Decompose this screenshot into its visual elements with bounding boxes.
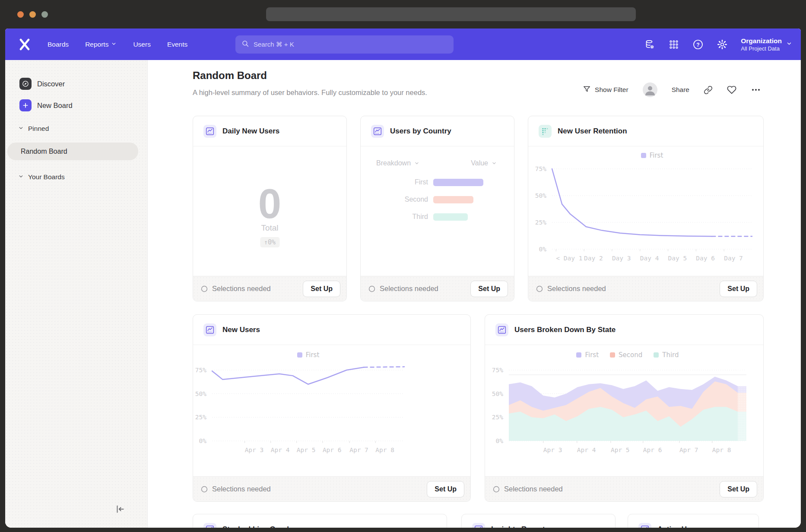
value-dropdown[interactable]: Value (471, 159, 497, 167)
card-title: Active Users (657, 525, 702, 528)
card-title: Users by Country (390, 127, 451, 136)
nav-item-users[interactable]: Users (133, 41, 150, 48)
more-options-icon[interactable] (751, 85, 761, 95)
svg-text:Day 6: Day 6 (696, 255, 715, 262)
set-up-button[interactable]: Set Up (427, 481, 464, 497)
status-selections-needed: Selections needed (201, 485, 271, 493)
help-icon[interactable]: ? (692, 39, 704, 50)
show-filter-button[interactable]: Show Filter (583, 85, 628, 95)
card-users-by-country: Users by Country Breakdown Value FirstSe… (360, 116, 514, 301)
country-bar-row: Third (361, 213, 514, 221)
chevron-down-icon (111, 41, 117, 48)
svg-text:Day 3: Day 3 (612, 255, 631, 262)
chart-legend: First (552, 152, 752, 159)
card-title: New Users (222, 326, 260, 334)
data-management-icon[interactable] (644, 39, 655, 50)
radio-icon (493, 486, 500, 493)
svg-text:Apr 8: Apr 8 (375, 446, 394, 453)
share-button[interactable]: Share (672, 86, 689, 94)
svg-text:?: ? (697, 41, 700, 48)
breakdown-dropdown[interactable]: Breakdown (376, 159, 419, 167)
metric-delta-badge: ↑0% (260, 237, 279, 247)
legend-item: Third (654, 351, 679, 359)
sidebar-item-new-board[interactable]: New Board (19, 99, 73, 111)
status-selections-needed: Selections needed (536, 285, 606, 293)
search-input[interactable]: Search ⌘ + K (235, 35, 454, 54)
svg-text:Apr 6: Apr 6 (643, 446, 662, 453)
legend-item: First (576, 351, 599, 359)
page-subtitle: A high-level summary of user behaviors. … (193, 89, 427, 97)
set-up-button[interactable]: Set Up (720, 481, 757, 497)
svg-text:Apr 7: Apr 7 (349, 446, 368, 453)
sidebar-item-label: New Board (37, 101, 73, 110)
line-chart-icon (638, 523, 651, 528)
window-controls (17, 11, 48, 18)
bar-label: First (361, 178, 428, 186)
window-close-button[interactable] (17, 11, 24, 18)
sidebar-section-your-boards[interactable]: Your Boards (18, 173, 65, 181)
chevron-down-icon (18, 125, 24, 133)
nav-item-label: Reports (85, 41, 108, 48)
sidebar-item-label: Discover (37, 80, 65, 88)
legend-item: First (641, 152, 663, 159)
svg-text:75%: 75% (492, 367, 503, 374)
card-new-user-retention: New User Retention First 75%50%25%0%< Da… (528, 116, 764, 301)
chevron-down-icon (414, 161, 419, 166)
nav-item-boards[interactable]: Boards (48, 41, 69, 48)
legend-chip-icon (641, 153, 646, 158)
status-selections-needed: Selections needed (201, 285, 271, 293)
nav-item-reports[interactable]: Reports (85, 41, 117, 48)
show-filter-label: Show Filter (595, 86, 628, 94)
favorite-heart-icon[interactable] (727, 85, 736, 95)
settings-gear-icon[interactable] (717, 39, 728, 50)
svg-text:0%: 0% (539, 246, 547, 253)
card-users-by-state: Users Broken Down By State FirstSecondTh… (485, 314, 764, 502)
line-chart-icon (371, 125, 384, 138)
org-name: Organization (741, 37, 782, 45)
top-nav: Boards Reports Users Events Search ⌘ + K (5, 28, 801, 60)
sidebar-section-label: Pinned (28, 125, 49, 133)
svg-text:Apr 5: Apr 5 (297, 446, 316, 453)
sidebar-section-pinned[interactable]: Pinned (18, 125, 49, 133)
line-chart-icon (203, 523, 216, 528)
sidebar-item-discover[interactable]: Discover (19, 78, 65, 90)
copy-link-icon[interactable] (704, 86, 713, 95)
set-up-button[interactable]: Set Up (303, 281, 340, 297)
svg-text:25%: 25% (492, 414, 503, 421)
set-up-button[interactable]: Set Up (720, 281, 757, 297)
legend-chip-icon (610, 352, 615, 358)
line-chart-icon (203, 323, 216, 336)
country-bar-row: First (361, 178, 514, 186)
card-daily-new-users: Daily New Users 0 Total ↑0% Selections n… (193, 116, 347, 301)
set-up-button[interactable]: Set Up (470, 281, 508, 297)
nav-item-label: Boards (48, 41, 69, 48)
browser-address-bar[interactable] (266, 7, 636, 21)
legend-chip-icon (654, 352, 659, 358)
sidebar: Discover New Board Pinned Random Board Y… (5, 60, 148, 528)
mixpanel-logo-icon[interactable] (18, 38, 31, 51)
svg-text:Apr 6: Apr 6 (323, 446, 342, 453)
org-switcher[interactable]: Organization All Project Data (741, 37, 792, 52)
svg-text:Day 4: Day 4 (640, 255, 659, 262)
svg-text:Apr 7: Apr 7 (679, 446, 698, 453)
radio-icon (536, 285, 543, 292)
chevron-down-icon (18, 173, 24, 181)
svg-text:25%: 25% (535, 219, 546, 226)
svg-text:Apr 3: Apr 3 (543, 446, 562, 453)
sidebar-item-label: Random Board (21, 148, 67, 155)
window-zoom-button[interactable] (41, 11, 48, 18)
avatar[interactable] (643, 82, 657, 97)
plus-icon (19, 99, 32, 111)
bar (433, 196, 473, 203)
nav-item-events[interactable]: Events (167, 41, 187, 48)
apps-grid-icon[interactable] (668, 39, 679, 50)
sidebar-collapse-button[interactable] (114, 503, 127, 516)
card-active-users: Active Users (628, 514, 759, 528)
window-minimize-button[interactable] (29, 11, 36, 18)
filter-funnel-icon (583, 85, 591, 95)
share-label: Share (672, 86, 689, 94)
card-title: Daily New Users (222, 127, 279, 136)
search-placeholder: Search ⌘ + K (254, 41, 294, 48)
chart-legend: First (212, 351, 404, 359)
sidebar-item-random-board[interactable]: Random Board (7, 142, 138, 160)
